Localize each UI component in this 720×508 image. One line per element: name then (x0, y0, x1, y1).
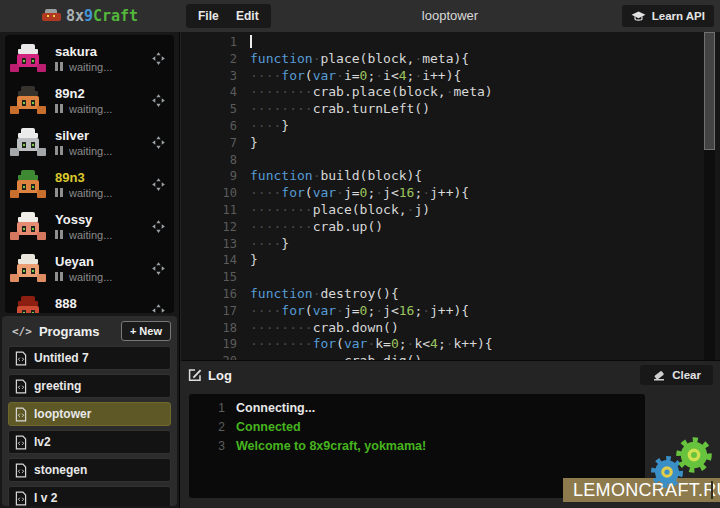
text-cursor (250, 35, 252, 48)
code-text: function·place(block,·meta){ (250, 51, 720, 68)
program-file-icon (15, 435, 27, 450)
locate-player-icon[interactable] (151, 177, 166, 192)
line-number: 6 (181, 118, 250, 135)
code-line[interactable]: 15 (181, 269, 720, 286)
player-status-text: waiting... (69, 271, 112, 283)
log-header: Log Clear (181, 361, 720, 389)
log-entry: 3Welcome to 8x9craft, yokmama! (189, 437, 645, 456)
learn-api-label: Learn API (652, 10, 705, 22)
code-line[interactable]: 8 (181, 152, 720, 169)
program-item[interactable]: l v 2 (8, 486, 171, 506)
code-line[interactable]: 9function·build(block){ (181, 168, 720, 185)
avatar-eye (31, 184, 35, 190)
code-line[interactable]: 13····} (181, 236, 720, 253)
code-line[interactable]: 19········for(var·k=0;·k<4;·k++){ (181, 336, 720, 353)
player-row[interactable]: Yossywaiting... (10, 205, 169, 247)
code-line[interactable]: 3····for(var·i=0;·i<4;·i++){ (181, 68, 720, 85)
new-program-button[interactable]: + New (121, 321, 171, 341)
main-area: 12function·place(block,·meta){3····for(v… (181, 32, 720, 508)
player-status-text: waiting... (69, 103, 112, 115)
learn-api-button[interactable]: Learn API (622, 5, 714, 27)
graduation-cap-icon (631, 11, 646, 22)
code-line[interactable]: 12········crab.up() (181, 219, 720, 236)
player-avatar (10, 253, 46, 283)
code-line[interactable]: 10····for(var·j=0;·j<16;·j++){ (181, 185, 720, 202)
clear-log-label: Clear (672, 369, 701, 381)
pause-icon (55, 272, 63, 281)
code-line[interactable]: 7} (181, 135, 720, 152)
logo-segment-9: 9 (84, 7, 93, 25)
logo-segment-8x: 8x (66, 7, 84, 25)
code-line[interactable]: 1 (181, 34, 720, 51)
player-info: silverwaiting... (55, 128, 151, 157)
player-status-text: waiting... (69, 187, 112, 199)
locate-player-icon[interactable] (151, 219, 166, 234)
program-item[interactable]: greeting (8, 374, 171, 398)
code-line[interactable]: 11········place(block,·j) (181, 202, 720, 219)
code-line[interactable]: 17····for(var·j=0;·j<16;·j++){ (181, 303, 720, 320)
program-file-icon (15, 463, 27, 478)
locate-player-icon[interactable] (151, 93, 166, 108)
programs-list: Untitled 7greetinglooptowerlv2stonegenl … (8, 346, 171, 506)
code-line[interactable]: 16function·destroy(){ (181, 286, 720, 303)
program-item-label: Untitled 7 (34, 351, 89, 365)
code-line[interactable]: 18········crab.down() (181, 320, 720, 337)
avatar-eye (22, 268, 26, 274)
code-line[interactable]: 2function·place(block,·meta){ (181, 51, 720, 68)
player-avatar (10, 211, 46, 241)
log-title: Log (208, 368, 640, 383)
code-brackets-icon: </> (12, 325, 32, 338)
line-number: 11 (181, 202, 250, 219)
editor-scrollbar-thumb[interactable] (704, 32, 715, 150)
player-status: waiting... (55, 313, 151, 314)
line-number: 14 (181, 252, 250, 269)
top-menu-bar: 8x9Craft File Edit looptower Learn API (0, 0, 720, 32)
code-text: ····for(var·i=0;·i<4;·i++){ (250, 68, 720, 85)
locate-player-icon[interactable] (151, 303, 166, 314)
player-row[interactable]: Ueyanwaiting... (10, 247, 169, 289)
code-line[interactable]: 4········crab.place(block,·meta) (181, 84, 720, 101)
code-line[interactable]: 5········crab.turnLeft() (181, 101, 720, 118)
player-avatar (10, 43, 46, 73)
locate-player-icon[interactable] (151, 51, 166, 66)
code-text: function·destroy(){ (250, 286, 720, 303)
locate-player-icon[interactable] (151, 135, 166, 150)
edit-menu-button[interactable]: Edit (224, 4, 271, 28)
editor-scrollbar-track[interactable] (704, 32, 715, 362)
code-text: ····} (250, 236, 720, 253)
locate-player-icon[interactable] (151, 261, 166, 276)
player-info: Yossywaiting... (55, 212, 151, 241)
program-item[interactable]: lv2 (8, 430, 171, 454)
code-line[interactable]: 14} (181, 252, 720, 269)
code-text: ········crab.down() (250, 320, 720, 337)
code-text (250, 34, 720, 51)
player-row[interactable]: 89n3waiting... (10, 163, 169, 205)
player-row[interactable]: sakurawaiting... (10, 37, 169, 79)
crab-logo-icon (42, 9, 61, 23)
line-number: 16 (181, 286, 250, 303)
blue-gear (654, 459, 681, 486)
program-item[interactable]: stonegen (8, 458, 171, 482)
player-status: waiting... (55, 229, 151, 241)
line-number: 18 (181, 320, 250, 337)
line-number: 9 (181, 168, 250, 185)
program-item-selected[interactable]: looptower (8, 402, 171, 426)
sidebar: sakurawaiting...89n2waiting...silverwait… (0, 32, 180, 508)
line-number: 17 (181, 303, 250, 320)
player-row[interactable]: silverwaiting... (10, 121, 169, 163)
program-item[interactable]: Untitled 7 (8, 346, 171, 370)
program-file-icon (15, 351, 27, 366)
player-row[interactable]: 888waiting... (10, 289, 169, 313)
programs-title: Programs (39, 324, 121, 339)
player-status: waiting... (55, 271, 151, 283)
code-editor[interactable]: 12function·place(block,·meta){3····for(v… (181, 32, 720, 362)
clear-log-button[interactable]: Clear (640, 365, 713, 385)
player-name: 888 (55, 296, 151, 311)
line-number: 5 (181, 101, 250, 118)
log-entry-number: 3 (189, 437, 236, 456)
log-entry: 2Connected (189, 418, 645, 437)
program-file-icon (15, 407, 27, 422)
code-line[interactable]: 6····} (181, 118, 720, 135)
player-row[interactable]: 89n2waiting... (10, 79, 169, 121)
player-name: sakura (55, 44, 151, 59)
